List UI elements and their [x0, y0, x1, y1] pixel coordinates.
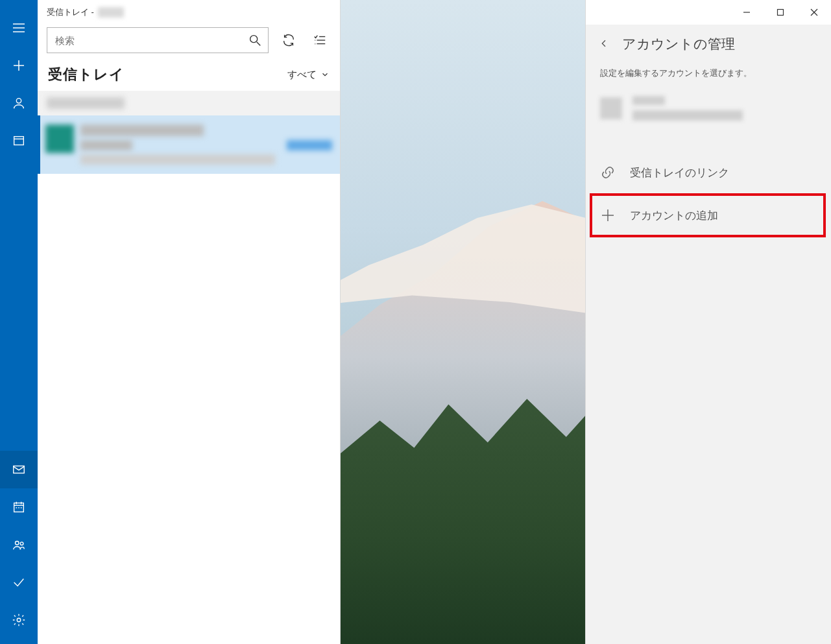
- svg-point-16: [16, 542, 19, 545]
- pane-description: 設定を編集するアカウントを選びます。: [586, 67, 831, 89]
- plus-icon: [600, 208, 616, 223]
- inbox-toolbar: [38, 25, 340, 56]
- gear-icon: [12, 613, 26, 627]
- inbox-column: 受信トレイ - 受信トレイ すべて: [38, 0, 341, 644]
- svg-rect-27: [778, 10, 784, 16]
- check-icon: [12, 575, 26, 590]
- accounts-nav-button[interactable]: [0, 84, 38, 122]
- people-app-button[interactable]: [0, 526, 38, 564]
- add-account-label: アカウントの追加: [630, 208, 718, 223]
- hamburger-icon: [11, 20, 27, 36]
- inbox-heading: 受信トレイ: [48, 65, 125, 84]
- svg-line-20: [257, 42, 261, 46]
- account-name-redacted: [632, 96, 665, 105]
- search-box[interactable]: [47, 27, 269, 53]
- mail-icon: [12, 462, 26, 477]
- link-inboxes-label: 受信トレイのリンク: [630, 165, 729, 180]
- account-entry[interactable]: [586, 89, 831, 131]
- window-close-button[interactable]: [797, 0, 831, 25]
- inbox-section-header: 受信トレイ すべて: [38, 56, 340, 91]
- search-input[interactable]: [47, 35, 242, 46]
- sync-button[interactable]: [278, 29, 300, 51]
- account-name-redacted: [98, 7, 124, 18]
- date-group-label-redacted: [47, 97, 125, 109]
- filter-dropdown[interactable]: すべて: [287, 69, 330, 81]
- link-inboxes-button[interactable]: 受信トレイのリンク: [586, 150, 831, 195]
- calendar-app-button[interactable]: [0, 488, 38, 526]
- new-mail-button[interactable]: [0, 47, 38, 84]
- calendar-icon: [12, 500, 26, 514]
- mail-list-item[interactable]: [38, 115, 340, 174]
- mail-time-redacted: [287, 140, 332, 150]
- maximize-icon: [777, 8, 784, 16]
- todo-app-button[interactable]: [0, 564, 38, 601]
- inbox-titlebar: 受信トレイ -: [38, 0, 340, 25]
- people-icon: [12, 538, 26, 552]
- account-settings-pane: アカウントの管理 設定を編集するアカウントを選びます。 受信トレイのリンク アカ…: [585, 0, 831, 644]
- mail-app-button[interactable]: [0, 451, 38, 488]
- back-button[interactable]: [595, 32, 613, 56]
- select-mode-button[interactable]: [309, 29, 331, 51]
- sender-avatar: [45, 125, 74, 153]
- pane-header: アカウントの管理: [586, 25, 831, 67]
- svg-point-17: [20, 542, 23, 545]
- pane-title: アカウントの管理: [622, 35, 735, 53]
- chevron-down-icon: [320, 70, 330, 79]
- plus-icon: [11, 58, 27, 73]
- svg-rect-8: [14, 466, 25, 473]
- mail-preview-redacted: [80, 154, 275, 165]
- minimize-icon: [743, 8, 751, 16]
- add-account-button[interactable]: アカウントの追加: [591, 195, 825, 236]
- window-controls: [586, 0, 831, 25]
- search-icon: [248, 33, 262, 47]
- window-minimize-button[interactable]: [730, 0, 764, 25]
- svg-rect-6: [14, 137, 24, 145]
- settings-button[interactable]: [0, 601, 38, 639]
- folders-nav-button[interactable]: [0, 122, 38, 160]
- svg-point-5: [16, 99, 21, 103]
- filter-label: すべて: [287, 69, 317, 81]
- svg-point-18: [17, 618, 21, 622]
- mail-subject-redacted: [80, 140, 132, 150]
- folder-icon: [12, 134, 26, 148]
- chevron-left-icon: [599, 38, 609, 49]
- refresh-icon: [282, 33, 296, 47]
- search-button[interactable]: [242, 33, 268, 47]
- inbox-title-prefix: 受信トレイ -: [47, 6, 94, 18]
- left-nav: [0, 0, 38, 644]
- sender-name-redacted: [80, 125, 204, 136]
- window-maximize-button[interactable]: [764, 0, 797, 25]
- checklist-icon: [313, 33, 327, 47]
- close-icon: [810, 8, 818, 16]
- account-icon-redacted: [600, 97, 622, 119]
- person-icon: [12, 96, 26, 110]
- date-group-header: [38, 91, 340, 115]
- account-email-redacted: [632, 110, 743, 121]
- link-icon: [600, 165, 616, 180]
- svg-point-19: [250, 36, 258, 43]
- hamburger-menu-button[interactable]: [0, 9, 38, 47]
